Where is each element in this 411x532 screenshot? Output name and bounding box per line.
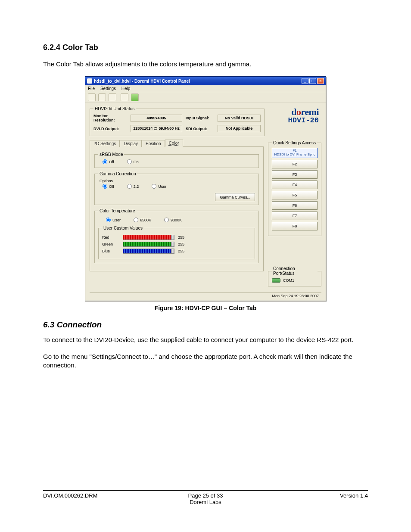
connection-port-value: COM1 <box>283 278 294 283</box>
connection-led-icon <box>272 278 280 283</box>
tabstrip: I/O Settings Display Position Color <box>90 140 264 147</box>
toolbar-save-icon[interactable] <box>121 93 128 101</box>
coltemp-9300k-radio[interactable] <box>164 218 169 222</box>
gamma-correction-group: Gamma Correction Options Off 2.2 User <box>94 171 259 205</box>
dvi-output-label: DVI-D Output: <box>93 127 127 131</box>
sdi-output-value: Not Applicable <box>218 125 261 132</box>
footer-rule <box>43 490 368 491</box>
gamma-22-option[interactable]: 2.2 <box>127 184 139 189</box>
connection-status-legend: Connection Port/Status <box>272 266 318 276</box>
srgb-on-radio[interactable] <box>127 159 132 164</box>
input-signal-label: Input Signal: <box>186 116 214 120</box>
page-footer: DVI.OM.000262.DRM Page 25 of 33 Doremi L… <box>43 492 368 505</box>
statusbar: Mon Sep 24 19:28:08 2007 <box>90 292 321 299</box>
green-slider[interactable] <box>123 242 174 247</box>
input-signal-value: No Valid HDSDI <box>218 115 261 122</box>
quick-f5-button[interactable]: F5 <box>272 191 318 199</box>
menu-settings[interactable]: Settings <box>100 86 116 91</box>
gamma-curves-button[interactable]: Gamma Curves... <box>215 193 255 201</box>
coltemp-user-label: User <box>112 218 121 222</box>
footer-left: DVI.OM.000262.DRM <box>43 492 151 505</box>
gamma-options-legend: Options <box>98 179 114 183</box>
srgb-mode-legend: sRGB Mode <box>98 152 124 157</box>
coltemp-9300k-label: 9300K <box>171 218 182 222</box>
toolbar-refresh-icon[interactable] <box>131 93 139 101</box>
srgb-on-option[interactable]: On <box>127 159 139 164</box>
coltemp-6500k-radio[interactable] <box>134 218 138 222</box>
quick-f1-button[interactable]: F1 HDSDI to DVI Frame-Sync <box>272 148 318 158</box>
blue-slider[interactable] <box>123 249 174 254</box>
section-body-text: The Color Tab allows adjustments to the … <box>43 60 368 68</box>
section-heading: 6.2.4 Color Tab <box>43 43 368 52</box>
quick-f1-label-bottom: HDSDI to DVI Frame-Sync <box>274 152 315 156</box>
red-value: 255 <box>178 235 191 240</box>
green-value: 255 <box>178 242 191 246</box>
window-title: hdsdi_to_dvi.hdvi - Doremi HDVI Control … <box>94 79 302 84</box>
coltemp-user-option[interactable]: User <box>106 218 121 222</box>
color-temperature-legend: Color Temperature <box>98 208 137 213</box>
connection-paragraph-1: To connect to the DVI20-Device, use the … <box>43 336 368 344</box>
red-label: Red <box>102 235 119 240</box>
unit-status-group: HDVI20d Unit Status Monitor Resolution: … <box>90 106 265 136</box>
brand-logo: doremi HDVI-20 <box>288 106 319 124</box>
tab-color[interactable]: Color <box>165 140 183 147</box>
red-slider[interactable] <box>123 235 174 240</box>
srgb-mode-group: sRGB Mode Off On <box>94 152 259 168</box>
green-label: Green <box>102 242 119 246</box>
gamma-22-radio[interactable] <box>127 184 132 189</box>
maximize-button[interactable]: □ <box>309 78 316 84</box>
coltemp-user-radio[interactable] <box>106 218 111 222</box>
tab-io-settings[interactable]: I/O Settings <box>90 140 120 147</box>
gamma-off-radio[interactable] <box>103 184 107 189</box>
monitor-resolution-value: 4095x4095 <box>131 115 182 122</box>
monitor-resolution-label: Monitor Resolution: <box>93 114 127 122</box>
window-titlebar: hdsdi_to_dvi.hdvi - Doremi HDVI Control … <box>85 77 326 85</box>
minimize-button[interactable]: _ <box>302 78 308 84</box>
coltemp-6500k-option[interactable]: 6500K <box>134 218 151 222</box>
quick-f4-button[interactable]: F4 <box>272 180 318 189</box>
quick-f8-button[interactable]: F8 <box>272 222 318 230</box>
subsection-heading: 6.3 Connection <box>43 320 368 330</box>
srgb-off-radio[interactable] <box>103 159 107 164</box>
toolbar-download-icon[interactable] <box>98 93 106 101</box>
menubar: File Settings Help <box>85 85 326 92</box>
srgb-off-option[interactable]: Off <box>103 159 114 164</box>
coltemp-9300k-option[interactable]: 9300K <box>164 218 182 222</box>
quick-f2-button[interactable]: F2 <box>272 160 318 168</box>
gamma-correction-legend: Gamma Correction <box>98 171 137 176</box>
quick-f3-button[interactable]: F3 <box>272 170 318 179</box>
srgb-on-label: On <box>134 160 139 164</box>
menu-file[interactable]: File <box>88 86 95 91</box>
menu-help[interactable]: Help <box>121 86 131 91</box>
gamma-user-option[interactable]: User <box>152 184 166 189</box>
quick-f7-button[interactable]: F7 <box>272 212 318 220</box>
gamma-off-label: Off <box>109 184 114 189</box>
gamma-22-label: 2.2 <box>134 184 139 189</box>
gamma-off-option[interactable]: Off <box>103 184 114 189</box>
user-custom-values-legend: User Custom Values <box>102 226 144 230</box>
color-temperature-group: Color Temperature User 6500K 9300K User … <box>94 208 259 263</box>
unit-status-legend: HDVI20d Unit Status <box>93 106 136 111</box>
toolbar-open-icon[interactable] <box>88 93 96 101</box>
figure-caption: Figure 19: HDVI-CP GUI – Color Tab <box>43 305 368 311</box>
dvi-output-value: 1280x1024 @ 59.94/60 Hz <box>131 125 182 132</box>
blue-label: Blue <box>102 249 119 253</box>
toolbar <box>85 92 326 103</box>
srgb-off-label: Off <box>109 160 114 164</box>
tab-position[interactable]: Position <box>142 140 165 147</box>
app-window: hdsdi_to_dvi.hdvi - Doremi HDVI Control … <box>85 76 326 301</box>
close-button[interactable]: × <box>317 78 324 84</box>
user-custom-values-group: User Custom Values Red 255 Green <box>98 226 255 259</box>
screenshot-container: hdsdi_to_dvi.hdvi - Doremi HDVI Control … <box>43 76 368 301</box>
quick-settings-group: Quick Settings Access F1 HDSDI to DVI Fr… <box>268 140 321 236</box>
quick-f1-label-top: F1 <box>293 149 296 152</box>
statusbar-timestamp: Mon Sep 24 19:28:08 2007 <box>272 294 319 298</box>
gamma-user-radio[interactable] <box>152 184 156 189</box>
sdi-output-label: SDI Output: <box>186 127 214 131</box>
toolbar-upload-icon[interactable] <box>109 93 116 101</box>
tab-display[interactable]: Display <box>120 140 142 147</box>
footer-version: Version 1.4 <box>260 492 368 505</box>
gamma-user-label: User <box>158 184 166 189</box>
quick-f6-button[interactable]: F6 <box>272 201 318 210</box>
footer-company: Doremi Labs <box>190 499 221 505</box>
